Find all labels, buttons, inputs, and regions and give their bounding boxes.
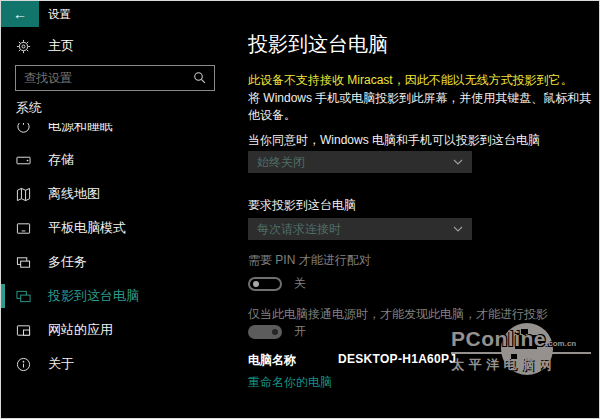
pin-toggle-label: 需要 PIN 才能进行配对 <box>248 252 593 269</box>
pc-name-label: 电脑名称 <box>248 352 296 369</box>
sidebar: 主页 系统 电源和睡眠 <box>1 27 236 418</box>
back-arrow-icon: ← <box>13 6 27 22</box>
chevron-down-icon <box>453 159 463 165</box>
watermark-brand: PConline.com.cn <box>451 327 591 351</box>
page-title: 投影到这台电脑 <box>248 31 388 58</box>
offline-maps-icon <box>16 187 31 202</box>
project-icon <box>16 289 31 304</box>
ask-dropdown-value: 每次请求连接时 <box>257 221 341 238</box>
page-description: 将 Windows 手机或电脑投影到此屏幕，并使用其键盘、鼠标和其他设备。 <box>248 90 600 125</box>
toggle-on-icon[interactable] <box>248 325 282 339</box>
search-input[interactable] <box>16 71 193 85</box>
about-icon <box>16 357 31 372</box>
consent-dropdown[interactable]: 始终关闭 <box>248 151 472 173</box>
tablet-mode-icon <box>16 221 31 236</box>
search-icon[interactable] <box>193 71 207 85</box>
apps-for-websites-icon <box>16 323 31 338</box>
titlebar: ← 设置 <box>1 1 599 27</box>
pin-toggle-state: 关 <box>294 275 306 292</box>
ask-dropdown-label: 要求投影到这台电脑 <box>248 197 593 214</box>
sidebar-item-power-sleep[interactable]: 电源和睡眠 <box>1 123 236 143</box>
sidebar-item-label: 存储 <box>48 151 74 169</box>
sidebar-section-system: 系统 <box>16 99 42 117</box>
sidebar-item-label: 平板电脑模式 <box>48 219 126 237</box>
pc-name-row: 电脑名称 DESKTOP-H1A60PJ <box>248 352 456 369</box>
sidebar-item-label: 投影到这台电脑 <box>48 287 139 305</box>
watermark-domain: .com.cn <box>546 339 576 348</box>
sidebar-item-label: 电源和睡眠 <box>48 123 113 135</box>
consent-dropdown-value: 始终关闭 <box>257 154 305 171</box>
settings-window: ← 设置 主页 <box>0 0 600 419</box>
power-toggle[interactable]: 开 <box>248 323 306 340</box>
sidebar-item-apps-for-websites[interactable]: 网站的应用 <box>1 313 236 347</box>
sidebar-item-multitasking[interactable]: 多任务 <box>1 245 236 279</box>
sidebar-item-label: 网站的应用 <box>48 321 113 339</box>
back-button[interactable]: ← <box>1 1 39 27</box>
sidebar-item-label: 离线地图 <box>48 185 100 203</box>
sidebar-item-storage[interactable]: 存储 <box>1 143 236 177</box>
miracast-warning: 此设备不支持接收 Miracast，因此不能以无线方式投影到它。 <box>248 72 593 89</box>
power-icon <box>16 123 31 134</box>
consent-dropdown-label: 当你同意时，Windows 电脑和手机可以投影到这台电脑 <box>248 132 593 149</box>
storage-icon <box>16 153 31 168</box>
ask-dropdown[interactable]: 每次请求连接时 <box>248 218 472 240</box>
sidebar-item-tablet-mode[interactable]: 平板电脑模式 <box>1 211 236 245</box>
sidebar-item-home[interactable]: 主页 <box>16 37 74 55</box>
pc-name-value: DESKTOP-H1A60PJ <box>338 352 456 369</box>
sidebar-nav: 电源和睡眠 存储 离线地图 <box>1 123 236 413</box>
pconline-watermark: PConline.com.cn 太平洋电脑网 <box>451 327 591 374</box>
home-label: 主页 <box>48 37 74 55</box>
power-toggle-label: 仅当此电脑接通电源时，才能发现此电脑，才能进行投影 <box>248 306 593 323</box>
power-toggle-state: 开 <box>294 323 306 340</box>
sidebar-item-label: 多任务 <box>48 253 87 271</box>
sidebar-item-about[interactable]: 关于 <box>1 347 236 381</box>
rename-pc-link[interactable]: 重命名你的电脑 <box>248 374 332 391</box>
chevron-down-icon <box>453 226 463 232</box>
pin-toggle[interactable]: 关 <box>248 275 306 292</box>
watermark-subtitle: 太平洋电脑网 <box>451 352 591 374</box>
sidebar-item-project-to-pc[interactable]: 投影到这台电脑 <box>1 279 236 313</box>
gear-icon <box>16 39 31 54</box>
sidebar-item-offline-maps[interactable]: 离线地图 <box>1 177 236 211</box>
multitasking-icon <box>16 255 31 270</box>
selected-indicator <box>1 284 5 308</box>
sidebar-item-label: 关于 <box>48 355 74 373</box>
search-box[interactable] <box>15 65 215 91</box>
window-title: 设置 <box>48 7 71 22</box>
toggle-off-icon[interactable] <box>248 277 282 291</box>
